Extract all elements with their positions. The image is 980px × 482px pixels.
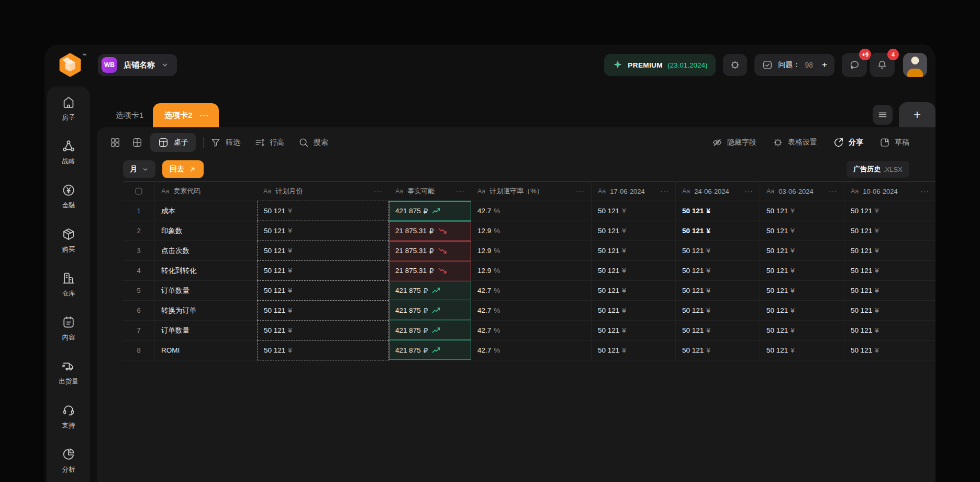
tab-1[interactable]: 选项卡1 bbox=[106, 103, 153, 127]
row-height-button[interactable]: 行高 bbox=[254, 137, 284, 148]
table-cell[interactable]: 50 121¥ bbox=[257, 201, 389, 221]
table-cell[interactable]: 50 121¥ bbox=[591, 301, 675, 321]
draft-button[interactable]: 草稿 bbox=[879, 137, 909, 148]
period-selector[interactable]: 月 bbox=[123, 160, 155, 178]
row-number[interactable]: 3 bbox=[123, 241, 154, 261]
column-menu-icon[interactable]: ··· bbox=[829, 187, 838, 195]
fact-cell[interactable]: 421 875₽ bbox=[389, 301, 471, 321]
column-menu-icon[interactable]: ··· bbox=[374, 187, 383, 195]
gallery-view-button[interactable] bbox=[106, 134, 124, 151]
table-cell[interactable]: 50 121¥ bbox=[760, 301, 844, 321]
sidebar-item-1[interactable]: 房子 bbox=[47, 95, 90, 139]
table-cell[interactable]: 50 121¥ bbox=[257, 281, 389, 301]
table-cell[interactable]: 50 121¥ bbox=[675, 321, 760, 341]
table-cell[interactable]: 50 121¥ bbox=[591, 341, 675, 360]
table-cell[interactable]: 50 121¥ bbox=[675, 261, 760, 281]
tab-menu-icon[interactable]: ··· bbox=[200, 111, 209, 120]
table-cell[interactable]: 12.9% bbox=[471, 241, 591, 261]
add-tab-button[interactable]: + bbox=[899, 102, 936, 127]
sidebar-item-2[interactable]: 战略 bbox=[47, 139, 90, 183]
seller-code-cell[interactable]: 订单数量 bbox=[154, 281, 257, 301]
search-button[interactable]: 搜索 bbox=[298, 137, 328, 148]
seller-code-cell[interactable]: 点击次数 bbox=[154, 241, 257, 261]
add-question-button[interactable]: + bbox=[822, 60, 827, 70]
column-menu-icon[interactable]: ··· bbox=[456, 187, 465, 195]
table-cell[interactable]: 50 121¥ bbox=[760, 201, 844, 221]
table-cell[interactable]: 50 121¥ bbox=[844, 261, 936, 281]
fact-cell[interactable]: 421 875₽ bbox=[389, 321, 471, 341]
table-cell[interactable]: 50 121¥ bbox=[760, 341, 844, 360]
table-cell[interactable]: 50 121¥ bbox=[591, 201, 675, 221]
table-cell[interactable]: 50 121¥ bbox=[591, 261, 675, 281]
sidebar-item-6[interactable]: 内容 bbox=[47, 315, 90, 359]
table-cell[interactable]: 50 121¥ bbox=[591, 321, 675, 341]
table-cell[interactable]: 42.7% bbox=[471, 301, 591, 321]
table-cell[interactable]: 12.9% bbox=[471, 221, 591, 241]
column-header-3[interactable]: Aa事实可能··· bbox=[389, 181, 471, 201]
tab-2[interactable]: 选项卡2··· bbox=[153, 103, 218, 127]
table-cell[interactable]: 50 121¥ bbox=[257, 321, 389, 341]
table-cell[interactable]: 42.7% bbox=[471, 321, 591, 341]
table-cell[interactable]: 50 121¥ bbox=[675, 281, 760, 301]
table-cell[interactable]: 50 121¥ bbox=[257, 221, 389, 241]
user-avatar[interactable] bbox=[903, 53, 927, 77]
table-cell[interactable]: 50 121¥ bbox=[675, 201, 760, 221]
table-cell[interactable]: 50 121¥ bbox=[591, 281, 675, 301]
fact-cell[interactable]: 21 875.31₽ bbox=[389, 261, 471, 281]
split-view-button[interactable] bbox=[128, 134, 146, 151]
sidebar-item-9[interactable]: 分析 bbox=[47, 447, 90, 482]
table-cell[interactable]: 42.7% bbox=[471, 281, 591, 301]
column-header-6[interactable]: Aa24-06-2024··· bbox=[675, 181, 760, 201]
settings-button[interactable] bbox=[723, 54, 747, 76]
store-selector[interactable]: WB 店铺名称 bbox=[98, 54, 177, 76]
column-header-8[interactable]: Aa10-06-2024··· bbox=[844, 181, 936, 201]
table-cell[interactable]: 50 121¥ bbox=[844, 201, 936, 221]
hide-fields-button[interactable]: 隐藏字段 bbox=[711, 137, 756, 148]
table-cell[interactable]: 50 121¥ bbox=[844, 321, 936, 341]
table-cell[interactable]: 50 121¥ bbox=[844, 241, 936, 261]
fact-cell[interactable]: 21 875.31₽ bbox=[389, 241, 471, 261]
table-cell[interactable]: 50 121¥ bbox=[591, 241, 675, 261]
sidebar-item-8[interactable]: 支持 bbox=[47, 403, 90, 447]
table-cell[interactable]: 50 121¥ bbox=[257, 301, 389, 321]
sidebar-item-7[interactable]: 出货量 bbox=[47, 359, 90, 403]
row-number[interactable]: 2 bbox=[123, 221, 154, 241]
seller-code-cell[interactable]: 转换为订单 bbox=[154, 301, 257, 321]
table-cell[interactable]: 50 121¥ bbox=[257, 241, 389, 261]
column-menu-icon[interactable]: ··· bbox=[920, 187, 929, 195]
view-list-button[interactable] bbox=[873, 105, 893, 125]
column-header-1[interactable]: Aa卖家代码 bbox=[154, 181, 257, 201]
export-file-chip[interactable]: 广告历史 .XLSX bbox=[847, 161, 909, 178]
table-cell[interactable]: 50 121¥ bbox=[760, 321, 844, 341]
table-cell[interactable]: 50 121¥ bbox=[675, 221, 760, 241]
table-view-button[interactable]: 桌子 bbox=[150, 133, 196, 152]
column-header-4[interactable]: Aa计划遵守率（%）··· bbox=[471, 181, 591, 201]
questions-counter[interactable]: 问题： 98 + bbox=[754, 54, 834, 76]
sidebar-item-4[interactable]: 购买 bbox=[47, 227, 90, 271]
seller-code-cell[interactable]: 订单数量 bbox=[154, 321, 257, 341]
column-menu-icon[interactable]: ··· bbox=[744, 187, 753, 195]
column-header-5[interactable]: Aa17-06-2024··· bbox=[591, 181, 675, 201]
row-number[interactable]: 1 bbox=[123, 201, 154, 221]
table-cell[interactable]: 50 121¥ bbox=[844, 301, 936, 321]
back-button[interactable]: 回去 bbox=[162, 160, 204, 178]
table-settings-button[interactable]: 表格设置 bbox=[772, 137, 817, 148]
share-button[interactable]: 分享 bbox=[833, 137, 863, 148]
row-number[interactable]: 5 bbox=[123, 281, 154, 301]
seller-code-cell[interactable]: 转化到转化 bbox=[154, 261, 257, 281]
table-cell[interactable]: 50 121¥ bbox=[760, 221, 844, 241]
table-cell[interactable]: 50 121¥ bbox=[675, 301, 760, 321]
seller-code-cell[interactable]: 成本 bbox=[154, 201, 257, 221]
table-cell[interactable]: 50 121¥ bbox=[844, 221, 936, 241]
filter-button[interactable]: 筛选 bbox=[210, 137, 240, 148]
sidebar-item-3[interactable]: 金融 bbox=[47, 183, 90, 227]
table-cell[interactable]: 42.7% bbox=[471, 201, 591, 221]
column-menu-icon[interactable]: ··· bbox=[576, 187, 585, 195]
table-cell[interactable]: 50 121¥ bbox=[844, 341, 936, 360]
row-number[interactable]: 6 bbox=[123, 301, 154, 321]
table-cell[interactable]: 50 121¥ bbox=[675, 241, 760, 261]
column-menu-icon[interactable]: ··· bbox=[660, 187, 669, 195]
table-cell[interactable]: 50 121¥ bbox=[257, 261, 389, 281]
fact-cell[interactable]: 21 875.31₽ bbox=[389, 221, 471, 241]
table-cell[interactable]: 50 121¥ bbox=[675, 341, 760, 360]
